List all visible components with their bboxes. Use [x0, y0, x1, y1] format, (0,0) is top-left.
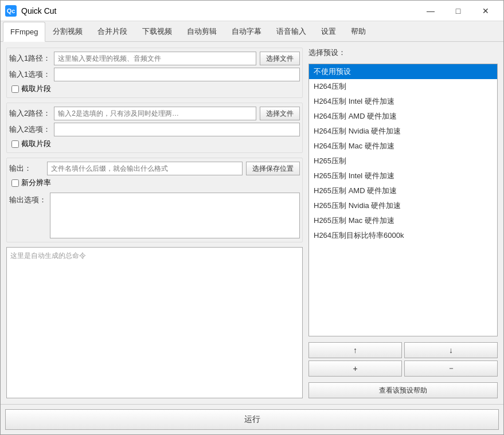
main-content: 输入1路径： 选择文件 输入1选项： 截取片段 输入2路径：: [1, 42, 503, 404]
input2-path-row: 输入2路径： 选择文件: [9, 107, 300, 120]
input1-options-row: 输入1选项：: [9, 68, 300, 81]
run-button[interactable]: 运行: [5, 409, 499, 430]
preset-item-9[interactable]: H265压制 Nvidia 硬件加速: [309, 198, 497, 213]
window-controls: — □ ✕: [417, 1, 499, 21]
preset-add-button[interactable]: +: [308, 360, 402, 377]
input2-clip-row: 截取片段: [9, 139, 300, 149]
preset-item-0[interactable]: 不使用预设: [309, 64, 497, 79]
tab-auto-subtitle[interactable]: 自动字幕: [224, 21, 269, 41]
preset-remove-button[interactable]: －: [404, 360, 498, 377]
preset-item-2[interactable]: H264压制 Intel 硬件加速: [309, 94, 497, 109]
input2-group: 输入2路径： 选择文件 输入2选项： 截取片段: [6, 103, 303, 153]
preset-item-10[interactable]: H265压制 Mac 硬件加速: [309, 213, 497, 228]
output-path-row: 输出： 选择保存位置: [9, 162, 300, 175]
preset-item-5[interactable]: H264压制 Mac 硬件加速: [309, 139, 497, 154]
tab-merge-clips[interactable]: 合并片段: [90, 21, 135, 41]
left-panel: 输入1路径： 选择文件 输入1选项： 截取片段 输入2路径：: [6, 48, 303, 398]
preset-item-1[interactable]: H264压制: [309, 79, 497, 94]
preset-item-6[interactable]: H265压制: [309, 154, 497, 168]
input2-path-label: 输入2路径：: [9, 108, 50, 119]
tab-split-video[interactable]: 分割视频: [45, 21, 90, 41]
output-options-label: 输出选项：: [9, 193, 46, 205]
tab-ffmpeg[interactable]: FFmpeg: [3, 22, 45, 42]
tab-download-video[interactable]: 下载视频: [135, 21, 179, 41]
app-window: Qc Quick Cut — □ ✕ FFmpeg 分割视频 合并片段 下载视频…: [0, 0, 504, 435]
output-path-field[interactable]: [47, 162, 243, 175]
close-button[interactable]: ✕: [472, 1, 499, 21]
input1-file-button[interactable]: 选择文件: [260, 52, 300, 65]
command-area: 这里是自动生成的总命令: [6, 247, 303, 398]
minimize-button[interactable]: —: [417, 1, 444, 21]
maximize-button[interactable]: □: [445, 1, 471, 21]
output-resolution-checkbox[interactable]: [11, 179, 19, 187]
tab-auto-cut[interactable]: 自动剪辑: [179, 21, 224, 41]
input1-options-field[interactable]: [54, 68, 300, 81]
command-placeholder: 这里是自动生成的总命令: [10, 252, 86, 260]
preset-label: 选择预设：: [308, 48, 498, 58]
output-save-button[interactable]: 选择保存位置: [246, 162, 300, 175]
menu-bar: FFmpeg 分割视频 合并片段 下载视频 自动剪辑 自动字幕 语音输入 设置 …: [1, 21, 503, 42]
preset-item-4[interactable]: H264压制 Nvidia 硬件加速: [309, 124, 497, 139]
input1-clip-row: 截取片段: [9, 84, 300, 94]
input1-group: 输入1路径： 选择文件 输入1选项： 截取片段: [6, 48, 303, 98]
preset-down-button[interactable]: ↓: [404, 342, 498, 358]
preset-list[interactable]: 不使用预设 H264压制 H264压制 Intel 硬件加速 H264压制 AM…: [308, 64, 498, 336]
preset-item-3[interactable]: H264压制 AMD 硬件加速: [309, 109, 497, 124]
output-label: 输出：: [9, 163, 44, 174]
tab-help[interactable]: 帮助: [343, 21, 373, 41]
preset-item-11[interactable]: H264压制目标比特率6000k: [309, 228, 497, 243]
tab-voice-input[interactable]: 语音输入: [269, 21, 314, 41]
window-title: Quick Cut: [21, 6, 417, 15]
output-options-area: 输出选项：: [9, 193, 300, 238]
preset-item-8[interactable]: H265压制 AMD 硬件加速: [309, 183, 497, 198]
preset-move-buttons: ↑ ↓ + －: [308, 342, 498, 377]
input2-file-button[interactable]: 选择文件: [260, 107, 300, 120]
input1-options-label: 输入1选项：: [9, 69, 50, 80]
output-resolution-row: 新分辨率: [9, 178, 300, 188]
output-group: 输出： 选择保存位置 新分辨率 输出选项：: [6, 158, 303, 242]
input2-path-field[interactable]: [54, 107, 256, 120]
tab-settings[interactable]: 设置: [314, 21, 343, 41]
input1-path-label: 输入1路径：: [9, 53, 50, 64]
input2-options-row: 输入2选项：: [9, 123, 300, 136]
input1-clip-label: 截取片段: [21, 84, 51, 94]
input1-path-field[interactable]: [54, 52, 256, 65]
preset-item-7[interactable]: H265压制 Intel 硬件加速: [309, 168, 497, 183]
input1-clip-checkbox[interactable]: [11, 85, 19, 93]
preset-up-button[interactable]: ↑: [308, 342, 402, 358]
output-options-field[interactable]: [50, 193, 300, 238]
title-bar: Qc Quick Cut — □ ✕: [1, 1, 503, 21]
input1-path-row: 输入1路径： 选择文件: [9, 52, 300, 65]
run-bar: 运行: [1, 404, 503, 434]
app-icon: Qc: [5, 5, 17, 17]
preset-help-button[interactable]: 查看该预设帮助: [308, 382, 498, 398]
right-panel: 选择预设： 不使用预设 H264压制 H264压制 Intel 硬件加速 H26…: [308, 48, 498, 398]
input2-clip-checkbox[interactable]: [11, 140, 19, 148]
input2-options-field[interactable]: [54, 123, 300, 136]
input2-options-label: 输入2选项：: [9, 124, 50, 135]
output-resolution-label: 新分辨率: [21, 178, 51, 188]
input2-clip-label: 截取片段: [21, 139, 51, 149]
